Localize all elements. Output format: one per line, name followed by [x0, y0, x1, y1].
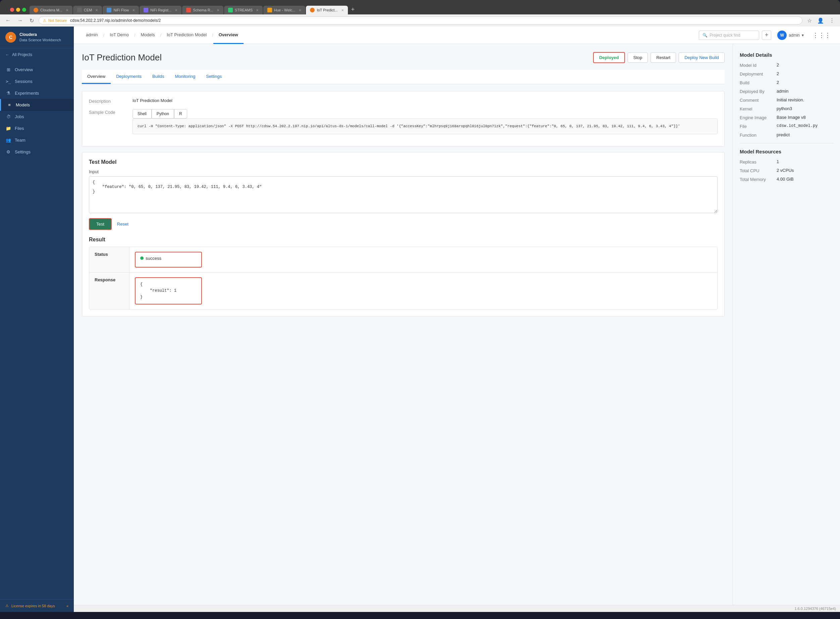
files-icon: 📁 [5, 126, 11, 131]
reload-button[interactable]: ↻ [27, 17, 36, 24]
browser-tab-cloudera[interactable]: Cloudera M... ✕ [30, 6, 72, 15]
test-model-title: Test Model [89, 159, 718, 165]
tab-close-hue[interactable]: ✕ [298, 8, 301, 12]
bookmark-button[interactable]: ☆ [805, 17, 814, 24]
new-tab-button[interactable]: + [349, 5, 358, 15]
panel-divider [740, 143, 833, 144]
sidebar-item-team[interactable]: 👥 Team [0, 134, 74, 146]
browser-tab-cem[interactable]: CEM ✕ [73, 6, 102, 15]
sidebar-collapse-button[interactable]: « [66, 604, 69, 608]
tab-overview[interactable]: Overview [82, 70, 111, 84]
tab-close-iot[interactable]: ✕ [341, 8, 344, 12]
deploy-new-build-button[interactable]: Deploy New Build [679, 52, 725, 63]
tab-label-nifi2: NiFi Regist... [150, 8, 172, 12]
result-title: Result [89, 237, 718, 243]
browser-tab-schema[interactable]: Schema R... ✕ [182, 6, 224, 15]
test-actions: Test Reset [89, 218, 718, 230]
detail-build-value: 2 [777, 80, 833, 85]
sidebar-item-experiments[interactable]: ⚗ Experiments [0, 87, 74, 99]
tab-monitoring[interactable]: Monitoring [169, 70, 201, 84]
stop-button[interactable]: Stop [628, 52, 648, 63]
warning-icon: ⚠ [5, 604, 9, 608]
back-button[interactable]: ← [3, 17, 13, 24]
breadcrumb-admin[interactable]: admin [81, 27, 103, 44]
address-bar[interactable]: ⚠ Not Secure cdsw.54.202.2.197.nip.io/ad… [39, 16, 803, 24]
tab-settings[interactable]: Settings [201, 70, 227, 84]
resource-replicas: Replicas 1 [740, 159, 833, 164]
grid-icon[interactable]: ⋮⋮⋮ [810, 31, 833, 39]
resource-replicas-value: 1 [777, 159, 833, 164]
forward-button[interactable]: → [15, 17, 25, 24]
model-details-title: Model Details [740, 52, 833, 58]
input-label: Input [89, 169, 718, 174]
detail-comment-label: Comment [740, 97, 777, 103]
tab-close-cem[interactable]: ✕ [95, 8, 98, 12]
sidebar-item-settings[interactable]: ⚙ Settings [0, 146, 74, 158]
add-button[interactable]: + [762, 31, 771, 40]
code-tab-shell[interactable]: Shell [133, 109, 152, 118]
status-label: Status [89, 247, 130, 272]
user-menu[interactable]: W admin ▾ [774, 28, 807, 42]
restart-button[interactable]: Restart [651, 52, 676, 63]
sidebar-item-models[interactable]: ≡ Models [0, 99, 74, 111]
detail-engine-image-value: Base Image v8 [777, 115, 833, 120]
menu-button[interactable]: ⋮ [827, 17, 837, 24]
resource-cpu-value: 2 vCPUs [777, 168, 833, 173]
browser-tab-iot[interactable]: IoT Predict... ✕ [306, 6, 348, 15]
sidebar-item-files[interactable]: 📁 Files [0, 123, 74, 134]
tab-favicon-hue [267, 8, 272, 12]
project-search-box[interactable]: 🔍 Project quick find [699, 31, 759, 40]
tab-close-streams[interactable]: ✕ [256, 8, 259, 12]
tab-label-iot: IoT Predict... [317, 8, 337, 12]
tab-deployments[interactable]: Deployments [111, 70, 147, 84]
breadcrumb-iot-prediction[interactable]: IoT Prediction Model [161, 27, 212, 44]
tab-close-cloudera[interactable]: ✕ [66, 8, 69, 12]
description-panel: Description IoT Prediction Model Sample … [82, 91, 725, 147]
all-projects-link[interactable]: ← All Projects [0, 48, 74, 61]
jobs-icon: ⏱ [5, 114, 11, 119]
browser-tab-nifi2[interactable]: NiFi Regist... ✕ [140, 6, 182, 15]
breadcrumb-models[interactable]: Models [136, 27, 160, 44]
browser-tab-nifi[interactable]: NiFi Flow ✕ [103, 6, 139, 15]
status-bar: 1.6.0.1294376 (46715e4) [74, 605, 840, 612]
detail-deployed-by-label: Deployed By [740, 89, 777, 94]
browser-tab-streams[interactable]: STREAMS ✕ [224, 6, 263, 15]
sidebar-settings-label: Settings [15, 150, 31, 154]
description-label: Description [89, 98, 133, 104]
minimize-dot[interactable] [16, 8, 20, 12]
breadcrumb-iot-demo[interactable]: IoT Demo [104, 27, 134, 44]
top-nav-search: 🔍 Project quick find + W admin ▾ ⋮⋮⋮ [699, 28, 833, 42]
detail-kernel-value: python3 [777, 106, 833, 111]
detail-file-label: File [740, 124, 777, 129]
breadcrumb-overview[interactable]: Overview [213, 27, 243, 44]
back-arrow-icon: ← [5, 52, 9, 57]
detail-function-label: Function [740, 132, 777, 138]
test-button[interactable]: Test [89, 218, 112, 230]
response-value-cell: { "result": 1 } [130, 272, 717, 310]
detail-deployment-value: 2 [777, 71, 833, 76]
code-tab-python[interactable]: Python [152, 109, 174, 118]
sidebar-item-overview[interactable]: ⊞ Overview [0, 64, 74, 76]
search-icon: 🔍 [703, 33, 707, 37]
test-input[interactable]: { "feature": "0, 65, 0, 137, 21.95, 83, … [89, 176, 718, 213]
sidebar-brand: C Cloudera Data Science Workbench [0, 27, 74, 48]
code-tabs: Shell Python R [133, 109, 718, 118]
team-icon: 👥 [5, 138, 11, 143]
tab-close-nifi2[interactable]: ✕ [175, 8, 178, 12]
deployed-button[interactable]: Deployed [593, 52, 625, 63]
sidebar-models-label: Models [16, 102, 30, 108]
code-tab-r[interactable]: R [174, 109, 187, 118]
tab-builds[interactable]: Builds [147, 70, 169, 84]
resource-memory-value: 4.00 GiB [777, 176, 833, 182]
browser-tab-hue[interactable]: Hue - Welc... ✕ [263, 6, 305, 15]
reset-button[interactable]: Reset [114, 219, 131, 229]
close-dot[interactable] [10, 8, 14, 12]
experiments-icon: ⚗ [5, 91, 11, 96]
sidebar-item-jobs[interactable]: ⏱ Jobs [0, 111, 74, 123]
tab-close-schema[interactable]: ✕ [217, 8, 219, 12]
profile-button[interactable]: 👤 [815, 17, 826, 24]
tab-label-schema: Schema R... [193, 8, 213, 12]
tab-close-nifi[interactable]: ✕ [132, 8, 135, 12]
maximize-dot[interactable] [22, 8, 26, 12]
sidebar-item-sessions[interactable]: >_ Sessions [0, 76, 74, 87]
